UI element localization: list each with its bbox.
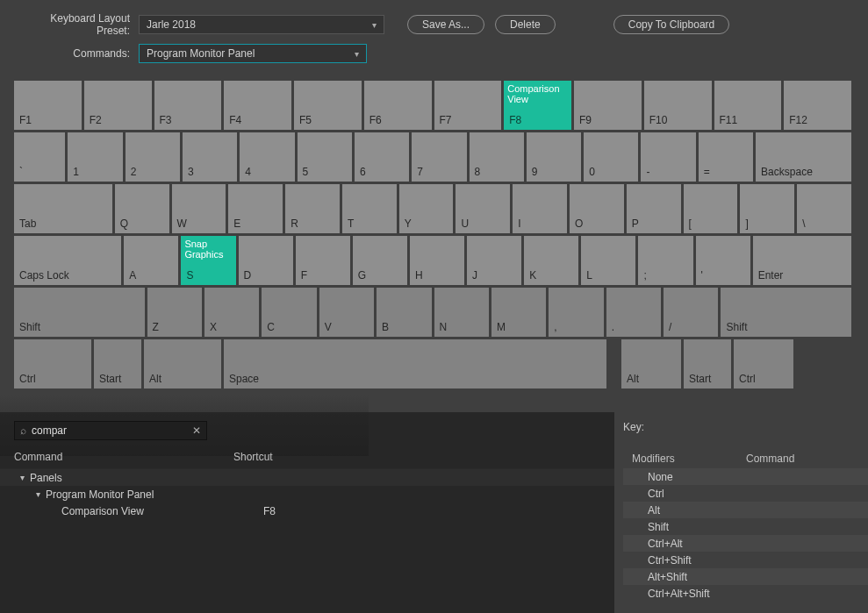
modifier-row[interactable]: Alt+Shift	[623, 568, 868, 585]
commands-dropdown[interactable]: Program Monitor Panel ▾	[139, 44, 367, 63]
key-f4[interactable]: F4	[224, 81, 291, 130]
key--[interactable]: [	[684, 184, 738, 233]
key-label: /	[669, 321, 671, 333]
key-f9[interactable]: F9	[574, 81, 642, 130]
modifier-row[interactable]: Shift	[623, 518, 868, 535]
key--[interactable]: `	[14, 132, 65, 182]
key-p[interactable]: P	[627, 184, 681, 233]
key-0[interactable]: 0	[584, 132, 638, 182]
key-l[interactable]: L	[581, 236, 635, 285]
key-d[interactable]: D	[239, 236, 293, 285]
key-9[interactable]: 9	[527, 132, 581, 182]
modifier-row[interactable]: Ctrl+Alt	[623, 535, 868, 552]
key-space[interactable]: Space	[224, 339, 606, 388]
key-k[interactable]: K	[524, 236, 578, 285]
key-tab[interactable]: Tab	[14, 184, 112, 233]
key-ctrl[interactable]: Ctrl	[14, 339, 91, 388]
save-as-button[interactable]: Save As...	[407, 15, 484, 34]
copy-clipboard-button[interactable]: Copy To Clipboard	[613, 15, 730, 34]
command-group-row[interactable]: ▾Program Monitor Panel	[0, 486, 614, 503]
preset-dropdown[interactable]: Jarle 2018 ▾	[139, 15, 384, 34]
key-shift[interactable]: Shift	[721, 288, 851, 337]
key-label: F10	[649, 114, 668, 126]
key-a[interactable]: A	[124, 236, 178, 285]
key-7[interactable]: 7	[412, 132, 466, 182]
key-f6[interactable]: F6	[364, 81, 432, 130]
key-f5[interactable]: F5	[294, 81, 362, 130]
twisty-icon[interactable]: ▾	[30, 489, 46, 499]
header-modifiers[interactable]: Modifiers	[632, 453, 746, 465]
key-3[interactable]: 3	[183, 132, 237, 182]
key-x[interactable]: X	[204, 288, 259, 337]
key-f12[interactable]: F12	[784, 81, 851, 130]
key-label: 3	[188, 166, 194, 178]
clear-search-icon[interactable]: ✕	[192, 424, 201, 437]
key-caps-lock[interactable]: Caps Lock	[14, 236, 121, 285]
key-b[interactable]: B	[377, 288, 431, 337]
key--[interactable]: \	[797, 184, 851, 233]
key-o[interactable]: O	[570, 184, 624, 233]
key-1[interactable]: 1	[68, 132, 122, 182]
key-shift[interactable]: Shift	[14, 288, 145, 337]
key-m[interactable]: M	[491, 288, 546, 337]
key-enter[interactable]: Enter	[753, 236, 851, 285]
header-command[interactable]: Command	[14, 451, 233, 463]
key-t[interactable]: T	[342, 184, 397, 233]
key-backspace[interactable]: Backspace	[756, 132, 851, 182]
key-f[interactable]: F	[296, 236, 350, 285]
header-command[interactable]: Command	[746, 453, 794, 465]
key--[interactable]: -	[641, 132, 695, 182]
delete-button[interactable]: Delete	[495, 15, 556, 34]
key-ctrl[interactable]: Ctrl	[734, 339, 793, 388]
key-r[interactable]: R	[285, 184, 340, 233]
key--[interactable]: ]	[740, 184, 794, 233]
key-f1[interactable]: F1	[14, 81, 82, 130]
key-f7[interactable]: F7	[434, 81, 502, 130]
key-alt[interactable]: Alt	[621, 339, 681, 388]
key-f3[interactable]: F3	[154, 81, 222, 130]
key-n[interactable]: N	[434, 288, 489, 337]
key-u[interactable]: U	[456, 184, 510, 233]
key-f10[interactable]: F10	[644, 81, 712, 130]
key-alt[interactable]: Alt	[144, 339, 221, 388]
key-h[interactable]: H	[410, 236, 464, 285]
key--[interactable]: =	[699, 132, 753, 182]
key-6[interactable]: 6	[355, 132, 409, 182]
command-row[interactable]: Comparison ViewF8	[0, 503, 614, 519]
key-q[interactable]: Q	[115, 184, 169, 233]
key-label: 8	[475, 166, 481, 178]
key-f8[interactable]: Comparison ViewF8	[504, 81, 571, 130]
modifier-row[interactable]: Ctrl+Shift	[623, 552, 868, 568]
command-group-row[interactable]: ▾Panels	[0, 469, 614, 486]
key-start[interactable]: Start	[94, 339, 141, 388]
modifier-row[interactable]: Ctrl+Alt+Shift	[623, 585, 868, 602]
search-input[interactable]: ⌕ compar ✕	[14, 421, 207, 440]
key-5[interactable]: 5	[298, 132, 352, 182]
key-i[interactable]: I	[513, 184, 567, 233]
key-j[interactable]: J	[467, 236, 521, 285]
key-f11[interactable]: F11	[714, 81, 782, 130]
header-shortcut[interactable]: Shortcut	[233, 451, 273, 463]
key-f2[interactable]: F2	[84, 81, 152, 130]
twisty-icon[interactable]: ▾	[14, 473, 30, 482]
key-v[interactable]: V	[319, 288, 374, 337]
key-c[interactable]: C	[262, 288, 316, 337]
key-start[interactable]: Start	[684, 339, 731, 388]
modifier-row[interactable]: Ctrl	[623, 485, 868, 502]
key-w[interactable]: W	[172, 184, 226, 233]
key-8[interactable]: 8	[470, 132, 524, 182]
key-e[interactable]: E	[228, 184, 283, 233]
key-y[interactable]: Y	[399, 184, 454, 233]
key--[interactable]: /	[664, 288, 718, 337]
key--[interactable]: .	[606, 288, 661, 337]
key--[interactable]: ;	[638, 236, 692, 285]
key-4[interactable]: 4	[240, 132, 294, 182]
key--[interactable]: '	[696, 236, 750, 285]
modifier-row[interactable]: Alt	[623, 502, 868, 518]
key-z[interactable]: Z	[147, 288, 202, 337]
key-g[interactable]: G	[353, 236, 407, 285]
key-s[interactable]: Snap GraphicsS	[181, 236, 235, 285]
modifier-row[interactable]: None	[623, 468, 868, 485]
key--[interactable]: ,	[549, 288, 603, 337]
key-2[interactable]: 2	[126, 132, 180, 182]
